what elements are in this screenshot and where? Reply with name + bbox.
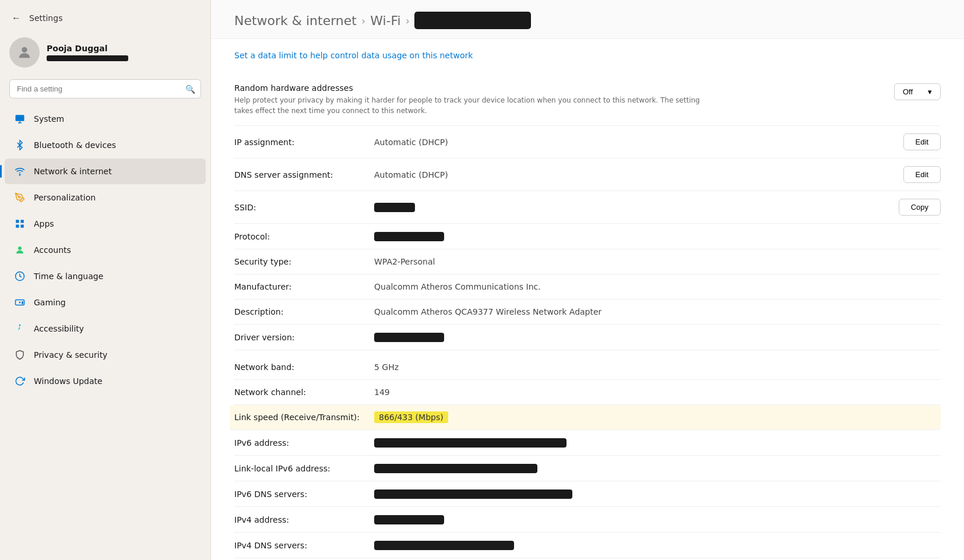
ip-assignment-label: IP assignment: xyxy=(234,138,374,147)
chevron-down-icon: ▾ xyxy=(928,87,932,96)
svg-point-5 xyxy=(19,196,20,198)
ip-assignment-row: IP assignment: Automatic (DHCP) Edit xyxy=(234,126,941,159)
ipv6-dns-label: IPv6 DNS servers: xyxy=(234,489,374,499)
network-channel-value: 149 xyxy=(374,388,941,397)
sidebar-item-accessibility[interactable]: Accessibility xyxy=(5,316,206,341)
protocol-label: Protocol: xyxy=(234,232,374,241)
sidebar-item-label: Network & internet xyxy=(34,167,112,176)
breadcrumb-sep1: › xyxy=(361,15,365,27)
dns-assignment-edit-button[interactable]: Edit xyxy=(903,166,941,183)
sidebar-item-label: Time & language xyxy=(34,272,103,281)
main-content: Network & internet › Wi-Fi › Set a data … xyxy=(211,0,964,560)
sidebar-item-network[interactable]: Network & internet xyxy=(5,159,206,184)
random-hardware-desc: Help protect your privacy by making it h… xyxy=(234,95,701,116)
link-speed-highlighted: 866/433 (Mbps) xyxy=(374,411,448,423)
bluetooth-icon xyxy=(14,139,26,151)
breadcrumb: Network & internet › Wi-Fi › xyxy=(234,12,941,29)
avatar xyxy=(9,37,40,68)
sidebar-item-system[interactable]: System xyxy=(5,106,206,132)
sidebar-item-label: Gaming xyxy=(34,298,66,307)
ipv6-address-redacted xyxy=(374,438,567,448)
svg-rect-9 xyxy=(16,225,19,228)
sidebar: ← Settings Pooja Duggal 🔍 System Bluetoo… xyxy=(0,0,211,560)
ipv6-dns-value xyxy=(374,489,941,499)
protocol-row: Protocol: xyxy=(234,224,941,249)
driver-version-redacted xyxy=(374,333,444,342)
ssid-action: Copy xyxy=(899,199,941,216)
protocol-redacted xyxy=(374,232,444,241)
back-button[interactable]: ← xyxy=(9,10,23,26)
network-band-value: 5 GHz xyxy=(374,362,941,372)
ip-assignment-value: Automatic (DHCP) xyxy=(374,138,903,147)
link-local-ipv6-value xyxy=(374,463,941,473)
system-icon xyxy=(14,113,26,125)
sidebar-item-label: Accessibility xyxy=(34,324,84,333)
security-type-value: WPA2-Personal xyxy=(374,257,941,266)
link-local-ipv6-label: Link-local IPv6 address: xyxy=(234,464,374,473)
accessibility-icon xyxy=(14,323,26,334)
random-hardware-title: Random hardware addresses xyxy=(234,83,882,93)
search-box: 🔍 xyxy=(9,79,201,98)
search-icon: 🔍 xyxy=(185,84,195,94)
user-name: Pooja Duggal xyxy=(47,44,128,53)
ipv6-dns-redacted xyxy=(374,489,572,499)
update-icon xyxy=(14,375,26,387)
random-hardware-dropdown[interactable]: Off ▾ xyxy=(894,83,941,100)
breadcrumb-network-name xyxy=(414,12,531,29)
ipv6-address-label: IPv6 address: xyxy=(234,438,374,448)
user-info: Pooja Duggal xyxy=(47,44,128,61)
link-speed-value: 866/433 (Mbps) xyxy=(374,413,936,422)
sidebar-item-personalization[interactable]: Personalization xyxy=(5,185,206,210)
ipv6-dns-row: IPv6 DNS servers: xyxy=(234,481,941,507)
svg-point-0 xyxy=(22,47,27,52)
breadcrumb-part2[interactable]: Wi-Fi xyxy=(370,13,401,28)
data-limit-link[interactable]: Set a data limit to help control data us… xyxy=(234,51,941,60)
time-icon xyxy=(14,270,26,282)
ipv6-address-value xyxy=(374,438,941,448)
svg-point-10 xyxy=(18,246,22,250)
sidebar-item-apps[interactable]: Apps xyxy=(5,211,206,237)
sidebar-item-label: Personalization xyxy=(34,193,96,202)
breadcrumb-sep2: › xyxy=(406,15,410,27)
link-speed-row: Link speed (Receive/Transmit): 866/433 (… xyxy=(230,405,941,430)
search-input[interactable] xyxy=(9,79,201,98)
sidebar-item-label: Accounts xyxy=(34,245,71,255)
sidebar-item-bluetooth[interactable]: Bluetooth & devices xyxy=(5,132,206,158)
network-channel-label: Network channel: xyxy=(234,388,374,397)
svg-point-4 xyxy=(19,174,20,175)
network-channel-row: Network channel: 149 xyxy=(234,380,941,405)
manufacturer-value: Qualcomm Atheros Communications Inc. xyxy=(374,282,941,291)
apps-icon xyxy=(14,218,26,230)
driver-version-value xyxy=(374,332,941,342)
ssid-row: SSID: Copy xyxy=(234,191,941,224)
driver-version-label: Driver version: xyxy=(234,333,374,342)
ssid-value xyxy=(374,202,899,212)
security-type-label: Security type: xyxy=(234,257,374,266)
link-local-ipv6-row: Link-local IPv6 address: xyxy=(234,456,941,481)
sidebar-item-accounts[interactable]: Accounts xyxy=(5,237,206,263)
ssid-copy-button[interactable]: Copy xyxy=(899,199,941,216)
ipv4-dns-row: IPv4 DNS servers: xyxy=(234,533,941,558)
description-value: Qualcomm Atheros QCA9377 Wireless Networ… xyxy=(374,307,941,316)
dns-assignment-action: Edit xyxy=(903,166,941,183)
sidebar-item-gaming[interactable]: Gaming xyxy=(5,290,206,315)
description-label: Description: xyxy=(234,307,374,316)
sidebar-item-label: Bluetooth & devices xyxy=(34,140,116,150)
personalization-icon xyxy=(14,192,26,203)
content-body: Set a data limit to help control data us… xyxy=(211,39,964,560)
security-type-row: Security type: WPA2-Personal xyxy=(234,249,941,274)
breadcrumb-part1[interactable]: Network & internet xyxy=(234,13,357,28)
svg-rect-6 xyxy=(16,220,19,223)
ipv4-address-value xyxy=(374,515,941,524)
manufacturer-row: Manufacturer: Qualcomm Atheros Communica… xyxy=(234,274,941,300)
svg-rect-1 xyxy=(16,115,24,121)
link-local-ipv6-redacted xyxy=(374,464,537,473)
ip-assignment-edit-button[interactable]: Edit xyxy=(903,133,941,150)
sidebar-item-update[interactable]: Windows Update xyxy=(5,368,206,394)
sidebar-header: ← Settings xyxy=(0,0,210,30)
breadcrumb-area: Network & internet › Wi-Fi › xyxy=(211,0,964,39)
ipv4-dns-value xyxy=(374,540,941,550)
sidebar-item-time[interactable]: Time & language xyxy=(5,263,206,289)
user-section: Pooja Duggal xyxy=(0,30,210,77)
sidebar-item-privacy[interactable]: Privacy & security xyxy=(5,342,206,368)
